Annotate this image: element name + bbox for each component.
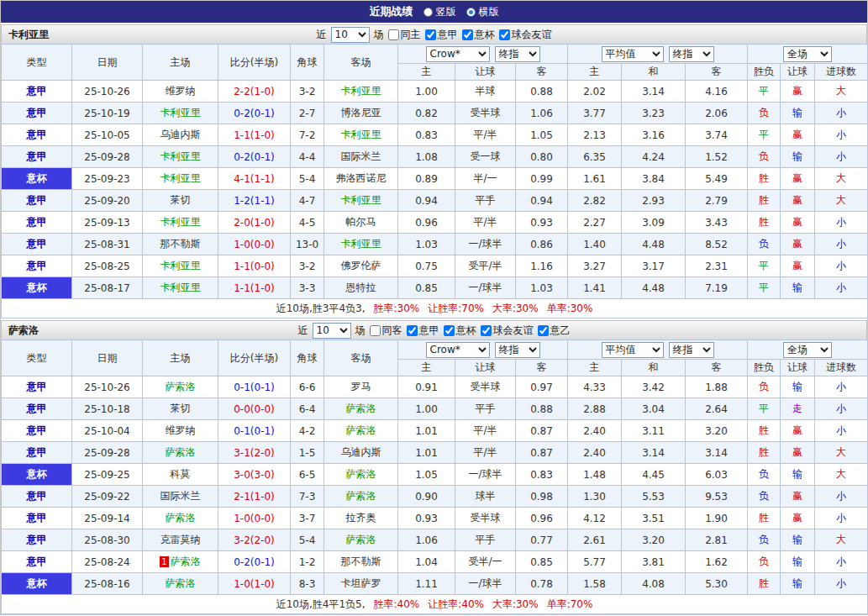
filter-checkbox-2[interactable]: 意杯 xyxy=(444,324,476,338)
subcol-ah-line: 让球 xyxy=(455,64,516,81)
result-wdl: 负 xyxy=(748,376,781,398)
ah-away-odds: 0.86 xyxy=(516,234,568,255)
filter-checkbox-1[interactable]: 意甲 xyxy=(407,324,439,338)
filter-checkbox-4[interactable]: 意乙 xyxy=(538,324,571,338)
layout-radio-horizontal[interactable]: 横版 xyxy=(466,5,499,19)
ah-line: 平/半 xyxy=(455,420,516,442)
score-ft-ht: 1-0(1-0) xyxy=(218,573,291,595)
ah-home-odds: 1.04 xyxy=(398,551,455,573)
result-handicap: 赢 xyxy=(781,508,815,529)
subcol-ah-home: 主 xyxy=(398,64,455,81)
ah-home-odds: 1.00 xyxy=(398,398,455,420)
result-handicap: 赢 xyxy=(781,212,815,234)
subcol-goals-result: 进球数 xyxy=(815,64,868,81)
ah-line: 受平/半 xyxy=(455,255,516,277)
subcol-wdl: 胜负 xyxy=(748,64,781,81)
checkbox-input[interactable] xyxy=(499,29,510,40)
ah-home-odds: 0.89 xyxy=(398,168,455,190)
league-type: 意甲 xyxy=(2,420,72,442)
result-handicap: 赢 xyxy=(781,190,815,212)
home-team: 1萨索洛 xyxy=(143,551,218,573)
avg-home-odds: 2.40 xyxy=(568,420,622,442)
subcol-ah-line: 让球 xyxy=(455,360,516,376)
corners: 6-6 xyxy=(291,376,324,398)
filter-checkbox-3[interactable]: 球会友谊 xyxy=(481,324,534,338)
ah-line: 一/球半 xyxy=(455,464,516,486)
radio-unselected-icon[interactable] xyxy=(423,8,433,17)
avg-away-odds: 3.14 xyxy=(686,442,748,464)
col-header-score: 比分(半场) xyxy=(218,45,291,81)
odds-time-select[interactable]: 终指 xyxy=(495,46,540,62)
match-row: 意甲25-10-26维罗纳2-2(1-0)3-2卡利亚里1.00半球0.882.… xyxy=(2,81,868,103)
result-handicap: 输 xyxy=(781,146,815,168)
league-type: 意甲 xyxy=(2,234,72,255)
summary-stat: 让胜率:40% xyxy=(428,598,484,610)
away-team: 佛罗伦萨 xyxy=(324,255,398,277)
ah-line: 一/球半 xyxy=(455,573,516,595)
ah-odds-header: Crow* 终指 xyxy=(398,45,568,64)
filter-checkbox-1[interactable]: 意甲 xyxy=(425,28,458,42)
result-goals: 小 xyxy=(815,255,868,277)
result-goals: 大 xyxy=(815,529,868,551)
score-ft-ht: 0-1(0-1) xyxy=(218,420,291,442)
summary-row: 近10场,胜4平1负5,胜率:40%让胜率:40%大率:30%单率:70% xyxy=(2,595,868,614)
checkbox-input[interactable] xyxy=(388,29,399,40)
ah-away-odds: 0.99 xyxy=(516,168,568,190)
recent-matches-table: 类型 日期 主场 比分(半场) 角球 客场 Crow* 终指 平均值 xyxy=(1,340,868,614)
filter-text: 场 xyxy=(374,28,384,42)
away-team: 拉齐奥 xyxy=(324,508,398,529)
summary-lead: 近10场,胜4平1负5, xyxy=(276,598,366,610)
avg-time-select[interactable]: 终指 xyxy=(669,342,714,358)
scope-select[interactable]: 全场 xyxy=(783,342,832,358)
score-ft-ht: 2-0(1-0) xyxy=(218,212,291,234)
subcol-wdl: 胜负 xyxy=(748,360,781,376)
col-header-corner: 角球 xyxy=(291,45,324,81)
league-type: 意甲 xyxy=(2,529,72,551)
avg-source-select[interactable]: 平均值 xyxy=(602,46,664,62)
recent-count-select[interactable]: 10 xyxy=(313,323,351,339)
odds-source-select[interactable]: Crow* xyxy=(426,342,490,358)
checkbox-input[interactable] xyxy=(538,325,549,336)
checkbox-input[interactable] xyxy=(462,29,473,40)
avg-home-odds: 2.88 xyxy=(568,398,622,420)
layout-radio-vertical[interactable]: 竖版 xyxy=(423,5,456,19)
filter-checkbox-0[interactable]: 同客 xyxy=(370,324,402,338)
checkbox-input[interactable] xyxy=(444,325,455,336)
avg-away-odds: 1.90 xyxy=(686,508,748,529)
checkbox-input[interactable] xyxy=(481,325,492,336)
result-goals: 小 xyxy=(815,398,868,420)
avg-away-odds: 1.62 xyxy=(686,551,748,573)
avg-away-odds: 2.64 xyxy=(686,398,748,420)
home-team: 卡利亚里 xyxy=(143,103,218,124)
checkbox-input[interactable] xyxy=(425,29,436,40)
scope-header: 全场 xyxy=(748,340,868,360)
match-row: 意甲25-09-20莱切1-2(1-1)4-7卡利亚里0.94平手0.942.8… xyxy=(2,190,868,212)
filter-checkbox-2[interactable]: 意杯 xyxy=(462,28,495,42)
avg-time-select[interactable]: 终指 xyxy=(669,46,714,62)
filter-checkbox-0[interactable]: 同主 xyxy=(388,28,421,42)
corners: 4-5 xyxy=(291,212,324,234)
checkbox-input[interactable] xyxy=(370,325,381,336)
checkbox-input[interactable] xyxy=(407,325,418,336)
subcol-avg-draw: 和 xyxy=(622,64,686,81)
avg-source-select[interactable]: 平均值 xyxy=(602,342,664,358)
scope-select[interactable]: 全场 xyxy=(783,46,832,62)
odds-time-select[interactable]: 终指 xyxy=(495,342,540,358)
away-team: 弗洛西诺尼 xyxy=(324,168,398,190)
col-header-home: 主场 xyxy=(143,45,218,81)
recent-count-select[interactable]: 10 xyxy=(331,27,370,43)
odds-source-select[interactable]: Crow* xyxy=(426,46,490,62)
filter-checkbox-3[interactable]: 球会友谊 xyxy=(499,28,552,42)
avg-away-odds: 3.43 xyxy=(686,212,748,234)
avg-draw-odds: 3.81 xyxy=(622,551,686,573)
ah-home-odds: 0.83 xyxy=(398,124,455,146)
result-wdl: 胜 xyxy=(748,168,781,190)
home-team: 莱切 xyxy=(143,190,218,212)
result-wdl: 负 xyxy=(748,529,781,551)
ah-away-odds: 0.78 xyxy=(516,573,568,595)
match-row: 意杯25-08-17卡利亚里1-1(1-0)3-3恩特拉0.85一/球半1.03… xyxy=(2,277,868,299)
radio-selected-icon[interactable] xyxy=(466,8,476,17)
avg-away-odds: 5.30 xyxy=(686,573,748,595)
corners: 8-3 xyxy=(291,573,324,595)
col-header-type: 类型 xyxy=(2,45,72,81)
